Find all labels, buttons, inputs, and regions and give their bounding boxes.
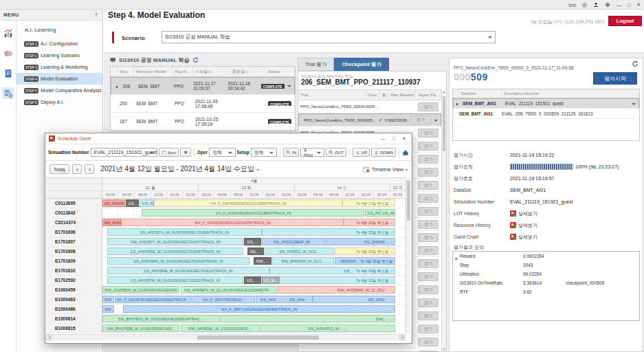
sidebar-item[interactable]: STEP 4 Model Evaluation: [16, 73, 102, 85]
excel-link-icon[interactable]: [510, 222, 516, 228]
gantt-bar[interactable]: 1/S_AH455…: [365, 209, 379, 217]
gantt-bar[interactable]: 6/S_AH1951B_W_01…: [102, 219, 122, 226]
dataset-row[interactable]: ▸ SEM_BMT_AI01 EVAL_211119_151921_guest: [453, 98, 639, 109]
gantt-bar[interactable]: 1/S_…: [126, 199, 139, 207]
gantt-bar[interactable]: 5/W_AH2E56L_W_01/SG3910/E10…: [181, 324, 260, 332]
view-button[interactable]: 보기: [418, 311, 438, 320]
next-button[interactable]: >: [85, 164, 94, 174]
gantt-bar[interactable]: 0/S_AH2…: [256, 296, 285, 303]
scenario-select[interactable]: SG3910 공정 MANUAL 학습: [162, 31, 496, 43]
ai-learning-chart-icon[interactable]: [2, 28, 14, 39]
summary-row[interactable]: ▸ Reward 0.9902354: [453, 252, 639, 261]
view-button[interactable]: 보기: [418, 168, 438, 177]
scrollbar-thumb[interactable]: [407, 181, 410, 221]
gantt-bar[interactable]: 2/V_F_00300/SG3910/C0113843/TRACK_IN: [142, 209, 364, 217]
gantt-bar[interactable]: 0/V_F_00407/SG3910/…: [192, 296, 254, 303]
sidebar-item[interactable]: STEP 6 Deploy A.I.: [16, 96, 102, 108]
view-button[interactable]: 보기: [418, 220, 438, 229]
row-up-button[interactable]: UP: [353, 148, 370, 157]
gantt-horizontal-scrollbar[interactable]: [46, 334, 406, 340]
row-down-button[interactable]: DOWN: [371, 148, 396, 157]
gantt-bar[interactable]: To 4월 15일 목요일 →: [280, 276, 396, 284]
gantt-bar[interactable]: 0/W_…: [102, 296, 114, 303]
zoom-out-button[interactable]: OUT: [326, 148, 346, 157]
timeline-view-button[interactable]: Timeline View ▾: [363, 166, 408, 173]
gantt-bar[interactable]: 1/S_AHDH56A_W_01/SG3910/E1701609/TRACK_I…: [107, 257, 249, 265]
json-button[interactable]: Json: [159, 148, 179, 157]
gantt-bar[interactable]: 5/S_AH5U55Q_W… →: [260, 324, 395, 332]
gantt-vertical-scrollbar[interactable]: [406, 177, 411, 333]
gantt-bar[interactable]: 0/W_…: [102, 305, 114, 313]
gantt-bar[interactable]: 3/S_2H5040… →: [326, 238, 395, 245]
gantt-bar[interactable]: 5/W_BH50556_W_01/1…: [272, 257, 334, 265]
gantt-bar[interactable]: 1/S_AHDH55E_W_01/SG3910/E1701608/TRACK_I…: [107, 248, 243, 255]
gantt-bar[interactable]: To 4월 15일 목요일 →: [344, 219, 395, 226]
ai-brain-icon[interactable]: [2, 47, 14, 59]
prev-button[interactable]: <: [72, 164, 82, 174]
gantt-bar[interactable]: 0/S_2H52… →: [313, 296, 395, 303]
view-button[interactable]: 보기: [410, 116, 431, 124]
sidebar-item[interactable]: STEP 1 A.I. Configuration: [16, 38, 102, 50]
sidebar-item[interactable]: STEP 3 Learning & Monitoring: [16, 61, 102, 73]
refresh-icon[interactable]: [192, 57, 199, 63]
zoom-in-button[interactable]: IN: [283, 148, 299, 157]
model-row[interactable]: ▸ 206 SEM_BMT PPO 2021-11-17 11:09:37 20…: [111, 77, 295, 95]
sidebar-item[interactable]: STEP 2 Learning Scenario: [16, 50, 102, 61]
home-icon[interactable]: [402, 149, 409, 156]
view-button[interactable]: 보기: [418, 194, 438, 203]
gantt-bar[interactable]: To 4월 15일 목요일 →: [262, 228, 395, 236]
view-button[interactable]: 보기: [418, 285, 438, 294]
trial-row[interactable]: PPO_NeuroCoreEnv_76f00_00004… 0005… ✔ 보기: [298, 100, 441, 113]
gantt-bar[interactable]: 1/S_AH2357W_W_01/SG3910/E1702592/TRACK_I…: [107, 276, 243, 284]
gantt-bar[interactable]: 5/W_BHCH55E_W_01/SG3910/E1000…: [102, 324, 179, 332]
view-button[interactable]: 보기: [418, 351, 438, 352]
view-button[interactable]: 보기: [418, 246, 438, 255]
window-close-button[interactable]: ✕: [636, 2, 641, 8]
dataset-row[interactable]: ▸ SEM_BMT_AI01 EVAL_206_76f00_0_000509_2…: [453, 109, 639, 119]
modal-close-button[interactable]: ✕: [402, 136, 406, 142]
view-button[interactable]: 보기: [418, 155, 438, 164]
gantt-bar[interactable]: 6/S_AH2355M_W_01/SG…: [102, 199, 125, 207]
trial-row[interactable]: PPO_NeuroCoreEnv_76f00_00000… 0005… ✔ 0.…: [298, 113, 441, 126]
summary-row[interactable]: ▸ RTF 9.62: [453, 287, 639, 296]
tab[interactable]: Trial 평가: [298, 58, 334, 71]
gantt-bar[interactable]: To 4월 15일 목요일 →: [335, 248, 395, 255]
gantt-bar[interactable]: 1/S_… To 4월 15일 목요일 →: [269, 267, 395, 274]
modal-minimize-button[interactable]: —: [381, 136, 386, 142]
gantt-bar[interactable]: 1/W_AH2357Y_W_01/SG3910/E1701607/TRACK_I…: [107, 238, 243, 245]
gantt-bar[interactable]: 5/W_… →: [220, 315, 395, 322]
gear-icon[interactable]: [605, 2, 610, 8]
gantt-bar[interactable]: 2/S_AH4… →: [380, 209, 395, 217]
gantt-bar[interactable]: 1/S_AH2350E_W_01/SG3910/E1701610/TRACK_I…: [107, 267, 269, 274]
scroll-up-icon[interactable]: [442, 89, 446, 94]
chevron-down-icon[interactable]: ▾: [257, 167, 259, 172]
scrollbar-thumb[interactable]: [443, 96, 445, 151]
setup-select[interactable]: 전체: [251, 148, 278, 157]
view-button[interactable]: 보기: [418, 142, 438, 151]
gantt-bar[interactable]: 0/V_F_00071/SG3910/E1000466/TRACK_IN: [123, 305, 395, 313]
gantt-bar[interactable]: 3/S_2H22219BAP_W…: [262, 238, 326, 245]
gantt-bar[interactable]: 0/S_B…: [262, 276, 280, 284]
gantt-bar[interactable]: 8/W_AH05B4M_W_01_001/… →: [277, 286, 396, 294]
summary-row[interactable]: ▸ Utilization 99.02354: [453, 270, 639, 278]
start-evaluation-button[interactable]: 평가시작: [593, 72, 637, 85]
gantt-bar[interactable]: 5/S_AH54B7V_W_01_001/SG3910/E1000459/TR…: [181, 286, 276, 294]
refresh-icon[interactable]: [632, 60, 639, 67]
scroll-left-icon[interactable]: [46, 335, 52, 340]
view-button[interactable]: 보기: [418, 181, 438, 190]
scrollbar-thumb[interactable]: [197, 336, 320, 340]
view-button[interactable]: 보기: [418, 338, 438, 346]
gantt-bar[interactable]: 5/W_CH2NB2H_W_01/SG3910/E1000459/…: [102, 286, 179, 294]
gantt-bar[interactable]: …650/SG5… To 4월 15일 목요일 →: [335, 257, 395, 265]
model-row[interactable]: ▸ 200 SEM_BMT PPO 2021-11-06 17:48:48 CO…: [111, 95, 295, 113]
excel-link-icon[interactable]: [510, 234, 516, 240]
view-button[interactable]: 보기: [418, 259, 438, 268]
sidebar-item[interactable]: STEP 5 Model Comparative Analysis: [16, 85, 102, 96]
today-button[interactable]: Today: [49, 164, 69, 174]
schedule-gantt-icon[interactable]: [2, 87, 14, 99]
scroll-right-icon[interactable]: [399, 335, 406, 340]
view-button[interactable]: 보기: [418, 102, 438, 111]
view-button[interactable]: 보기: [418, 207, 438, 216]
modal-maximize-button[interactable]: □: [392, 136, 395, 142]
gantt-bar[interactable]: 5/S_BHCH522_W_01/SG3910/E1000814/TRAC…: [102, 315, 219, 322]
